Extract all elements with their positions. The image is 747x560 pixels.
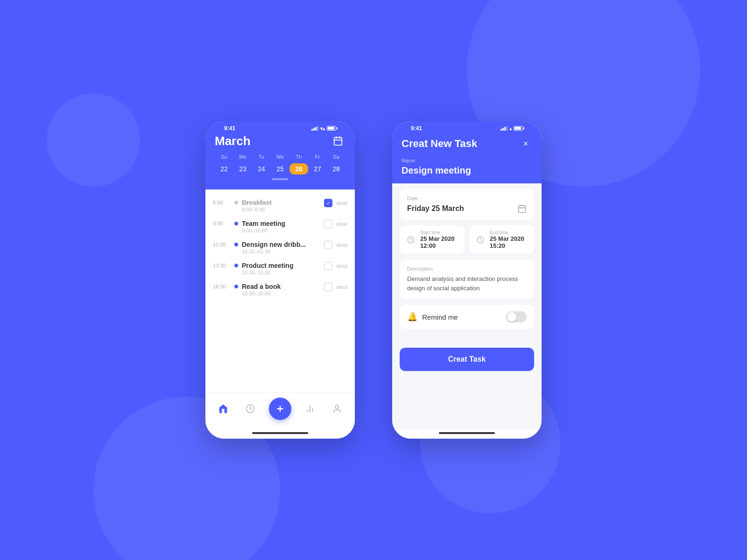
phone-calendar: 9:41 ▾▴ March bbox=[205, 121, 355, 439]
toggle-knob bbox=[507, 312, 516, 322]
calendar-day-28[interactable]: 28 bbox=[327, 163, 345, 175]
sched-dot-product bbox=[234, 264, 238, 267]
task-status-icons: ▴ bbox=[500, 126, 523, 131]
schedule-item-book: 18:30 Read a book 18:30–20:00 detal bbox=[205, 279, 355, 300]
bg-decor-4 bbox=[47, 93, 140, 187]
remind-toggle[interactable] bbox=[506, 311, 527, 322]
swipe-dot bbox=[272, 178, 289, 180]
remind-text: Remind me bbox=[422, 313, 458, 321]
create-task-button[interactable]: Creat Task bbox=[400, 348, 534, 371]
calendar-day-27[interactable]: 27 bbox=[308, 163, 327, 175]
date-value: Friday 25 March bbox=[407, 204, 464, 213]
schedule-item-product: 13:30 Product meeting 13:30–15:30 detal bbox=[205, 258, 355, 279]
start-time-label: Start time bbox=[420, 230, 459, 235]
detal-product[interactable]: detal bbox=[336, 263, 347, 269]
end-time-card[interactable]: End time 25 Mar 2020 15:20 bbox=[469, 225, 534, 254]
start-time-card[interactable]: Start time 25 Mar 2020 12:00 bbox=[400, 225, 465, 254]
name-value[interactable]: Design meeting bbox=[402, 165, 532, 176]
detal-design[interactable]: detal bbox=[336, 242, 347, 248]
sched-subtitle-book: 18:30–20:00 bbox=[242, 291, 320, 296]
end-time-label: End time bbox=[490, 230, 529, 235]
sched-time-1030: 10:30 bbox=[213, 241, 231, 247]
sched-actions-breakfast: ✓ detal bbox=[324, 199, 347, 207]
calendar-days-header: Su Mo Tu We Th Fr Sa bbox=[215, 154, 345, 160]
calendar-header: 9:41 ▾▴ March bbox=[205, 121, 355, 189]
checkbox-team[interactable] bbox=[324, 220, 332, 228]
start-time-info: Start time 25 Mar 2020 12:00 bbox=[420, 230, 459, 249]
close-button[interactable]: × bbox=[519, 137, 532, 150]
nav-home[interactable] bbox=[215, 400, 232, 417]
svg-rect-11 bbox=[519, 205, 526, 212]
calendar-day-26[interactable]: 26 bbox=[289, 163, 308, 175]
battery-icon bbox=[327, 126, 336, 131]
bottom-nav bbox=[205, 392, 355, 429]
calendar-day-22[interactable]: 22 bbox=[215, 163, 233, 175]
sched-time-1830: 18:30 bbox=[213, 283, 231, 289]
chart-icon bbox=[305, 404, 315, 414]
checkbox-book[interactable] bbox=[324, 283, 332, 291]
nav-fab[interactable] bbox=[269, 398, 291, 420]
sched-content-breakfast: Breakfast 8:00–8:30 bbox=[242, 199, 320, 212]
calendar-days: 22 23 24 25 26 27 28 bbox=[215, 163, 345, 175]
remind-left: 🔔 Remind me bbox=[407, 312, 458, 322]
date-label: Date bbox=[407, 196, 527, 201]
month-row: March bbox=[215, 133, 345, 148]
schedule-list: 8:00 Breakfast 8:00–8:30 ✓ detal 9:00 Te… bbox=[205, 189, 355, 392]
sched-title-design: Densign new dribb... bbox=[242, 241, 320, 248]
schedule-item-team-meeting: 9:00 Team meeting 9:00–10:00 detal bbox=[205, 216, 355, 237]
calendar-icon-button[interactable] bbox=[331, 133, 345, 148]
sched-content-design: Densign new dribb... 10:30–11:30 bbox=[242, 241, 320, 254]
sched-actions-team: detal bbox=[324, 220, 347, 228]
start-clock-icon bbox=[405, 234, 416, 245]
clock-end-icon bbox=[476, 236, 485, 244]
home-bar-line bbox=[252, 432, 308, 434]
desc-label: Description bbox=[407, 266, 527, 272]
date-section: Date Friday 25 March bbox=[400, 189, 534, 220]
calendar-day-24[interactable]: 24 bbox=[252, 163, 271, 175]
sched-title-book: Read a book bbox=[242, 283, 320, 290]
month-title: March bbox=[215, 134, 251, 148]
checkbox-product[interactable] bbox=[324, 262, 332, 270]
task-home-bar-line bbox=[439, 432, 495, 434]
nav-chart[interactable] bbox=[302, 400, 318, 417]
sched-content-product: Product meeting 13:30–15:30 bbox=[242, 262, 320, 275]
task-header-row: Creat New Task × bbox=[402, 133, 532, 158]
task-status-time: 9:41 bbox=[411, 125, 422, 132]
desc-text[interactable]: Demand analysis and interaction process … bbox=[407, 274, 527, 293]
detal-breakfast[interactable]: detal bbox=[336, 200, 347, 206]
calendar-day-23[interactable]: 23 bbox=[233, 163, 252, 175]
sched-actions-book: detal bbox=[324, 283, 347, 291]
name-section: Name Design meeting bbox=[402, 158, 532, 183]
checkbox-breakfast[interactable]: ✓ bbox=[324, 199, 332, 207]
detal-team[interactable]: detal bbox=[336, 221, 347, 227]
nav-clock[interactable] bbox=[242, 400, 259, 417]
swipe-indicator bbox=[215, 175, 345, 182]
sched-subtitle-team: 9:00–10:00 bbox=[242, 228, 320, 233]
checkbox-design[interactable] bbox=[324, 241, 332, 249]
clock-start-icon bbox=[407, 236, 415, 244]
sched-time-800: 8:00 bbox=[213, 199, 231, 205]
calendar-day-25[interactable]: 25 bbox=[271, 163, 289, 175]
sched-time-900: 9:00 bbox=[213, 220, 231, 226]
clock-icon bbox=[245, 404, 255, 414]
date-value-row: Friday 25 March bbox=[407, 204, 527, 213]
task-home-bar bbox=[392, 429, 542, 439]
detal-book[interactable]: detal bbox=[336, 284, 347, 290]
bell-icon: 🔔 bbox=[407, 312, 417, 322]
date-calendar-icon[interactable] bbox=[517, 204, 527, 213]
sched-actions-product: detal bbox=[324, 262, 347, 270]
calendar-icon bbox=[333, 136, 343, 146]
task-signal-icon bbox=[500, 126, 507, 131]
home-bar bbox=[205, 429, 355, 439]
sched-title-breakfast: Breakfast bbox=[242, 199, 320, 206]
schedule-item-breakfast: 8:00 Breakfast 8:00–8:30 ✓ detal bbox=[205, 195, 355, 216]
end-clock-icon bbox=[475, 234, 486, 245]
sched-actions-design: detal bbox=[324, 241, 347, 249]
sched-content-team: Team meeting 9:00–10:00 bbox=[242, 220, 320, 233]
plus-icon bbox=[275, 404, 285, 414]
nav-person[interactable] bbox=[329, 400, 345, 417]
status-time: 9:41 bbox=[224, 125, 235, 132]
task-body: Date Friday 25 March bbox=[392, 183, 542, 429]
task-header: 9:41 ▴ Creat New Task × bbox=[392, 121, 542, 183]
sched-content-book: Read a book 18:30–20:00 bbox=[242, 283, 320, 296]
